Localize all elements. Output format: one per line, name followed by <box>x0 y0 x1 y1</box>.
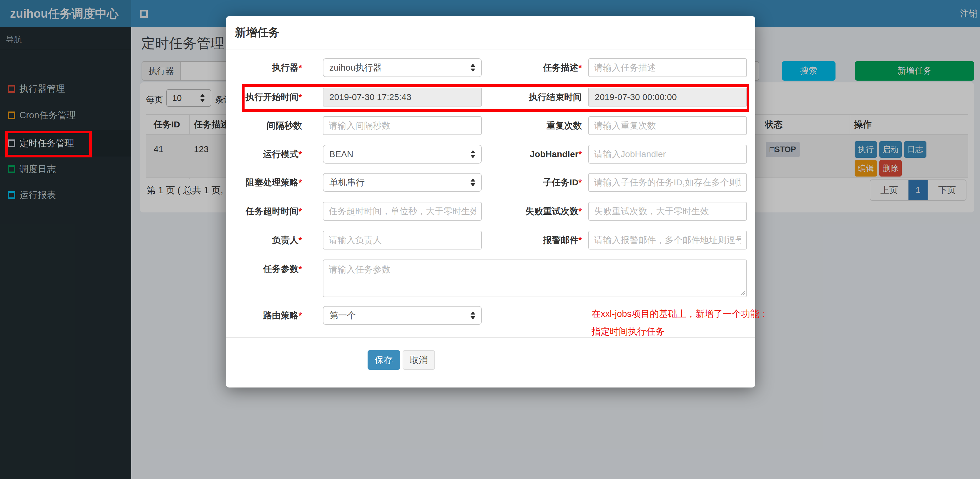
task-desc-input[interactable] <box>588 58 747 77</box>
jobhandler-input[interactable] <box>588 145 747 164</box>
select-arrows-icon <box>470 178 476 187</box>
repeat-count-input[interactable] <box>588 116 747 135</box>
task-params-textarea[interactable] <box>323 259 747 297</box>
executor-select[interactable]: zuihou执行器 <box>323 58 482 77</box>
task-desc-label: 任务描述* <box>506 58 582 77</box>
feature-note-text: 在xxl-jobs项目的基础上，新增了一个功能： 指定时间执行任务 <box>592 305 751 341</box>
alarm-email-label: 报警邮件* <box>506 231 582 250</box>
form-row-task-params: 任务参数* <box>226 259 755 297</box>
jobhandler-label: JobHandler* <box>506 145 582 164</box>
select-arrows-icon <box>470 311 476 320</box>
resize-grip-icon[interactable] <box>740 290 746 295</box>
task-params-wrap <box>323 259 747 297</box>
feature-note-line1: 在xxl-jobs项目的基础上，新增了一个功能： <box>592 305 751 323</box>
run-mode-select[interactable]: BEAN <box>323 145 482 164</box>
modal-header-divider <box>226 49 755 49</box>
block-strategy-select[interactable]: 单机串行 <box>323 173 482 192</box>
child-task-id-label: 子任务ID* <box>506 173 582 192</box>
run-mode-label: 运行模式* <box>229 145 302 164</box>
save-button[interactable]: 保存 <box>368 350 400 370</box>
form-row-executor: 执行器* zuihou执行器 任务描述* <box>226 58 755 77</box>
interval-input[interactable] <box>323 116 482 135</box>
form-row-owner: 负责人* 报警邮件* <box>226 231 755 250</box>
form-row-interval: 间隔秒数 重复次数 <box>226 116 755 135</box>
cancel-button[interactable]: 取消 <box>402 350 435 370</box>
timeout-input[interactable] <box>323 202 482 221</box>
repeat-count-label: 重复次数 <box>506 116 582 135</box>
owner-label: 负责人* <box>229 231 302 250</box>
annotation-box-sidebar-item <box>5 130 92 158</box>
executor-label: 执行器* <box>229 58 302 77</box>
form-row-run-mode: 运行模式* BEAN JobHandler* <box>226 145 755 164</box>
retry-count-label: 失败重试次数* <box>506 202 582 221</box>
task-params-label: 任务参数* <box>229 259 302 278</box>
screen: zuihou任务调度中心 注销 导航 执行器管理 Cron任务管理 定时任务管理… <box>0 0 980 479</box>
route-strategy-select[interactable]: 第一个 <box>323 306 482 325</box>
owner-input[interactable] <box>323 231 482 250</box>
interval-label: 间隔秒数 <box>229 116 302 135</box>
child-task-id-input[interactable] <box>588 173 747 192</box>
add-task-modal: 新增任务 执行器* zuihou执行器 任务描述* 执行开始时间* 2019-0… <box>226 16 755 387</box>
form-row-block-strategy: 阻塞处理策略* 单机串行 子任务ID* <box>226 173 755 192</box>
annotation-box-exec-time-row <box>242 84 749 112</box>
modal-footer-divider <box>226 337 755 338</box>
alarm-email-input[interactable] <box>588 231 747 250</box>
route-strategy-label: 路由策略* <box>229 306 302 325</box>
form-row-timeout: 任务超时时间* 失败重试次数* <box>226 202 755 221</box>
block-strategy-label: 阻塞处理策略* <box>229 173 302 192</box>
modal-title: 新增任务 <box>235 25 280 40</box>
feature-note-line2: 指定时间执行任务 <box>592 323 751 341</box>
retry-count-input[interactable] <box>588 202 747 221</box>
select-arrows-icon <box>470 63 476 72</box>
select-arrows-icon <box>470 150 476 159</box>
timeout-label: 任务超时时间* <box>229 202 302 221</box>
